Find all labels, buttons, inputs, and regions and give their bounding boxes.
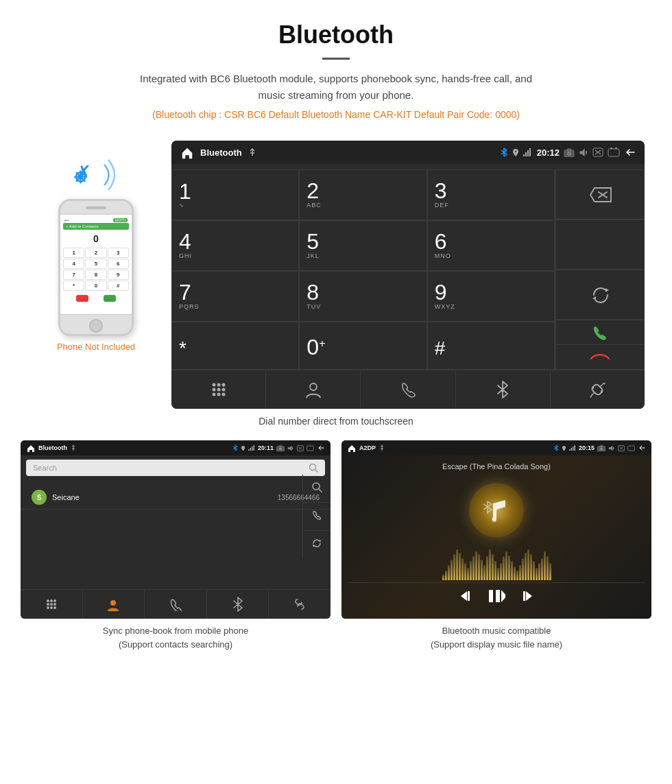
dialpad-main: 1 ∿ 2 ABC 3 DEF 4 GHI 5 JKL (171, 169, 555, 370)
music-bt-icon (553, 444, 559, 451)
refresh-button[interactable] (555, 270, 645, 320)
dial-key-3[interactable]: 3 DEF (427, 169, 555, 220)
toolbar-contacts-button[interactable] (266, 370, 361, 409)
svg-point-45 (50, 606, 53, 609)
contact-name: Seicane (52, 493, 278, 501)
toolbar-bluetooth-button[interactable] (456, 370, 551, 409)
svg-marker-14 (592, 296, 596, 300)
pb-toolbar-bluetooth[interactable] (207, 590, 269, 619)
dial-key-1[interactable]: 1 ∿ (171, 169, 299, 220)
music-back-icon (638, 444, 646, 451)
svg-rect-11 (610, 147, 612, 149)
dial-key-8[interactable]: 8 TUV (299, 271, 427, 322)
dial-key-2[interactable]: 2 ABC (299, 169, 427, 220)
svg-marker-36 (320, 540, 322, 543)
usb-icon (248, 147, 257, 157)
toolbar-keypad-button[interactable] (171, 370, 266, 409)
pb-toolbar-keypad[interactable] (21, 590, 83, 619)
phonebook-search-bar[interactable]: Search (26, 460, 325, 476)
mini-x-icon-pb (297, 445, 304, 451)
music-album-art (469, 483, 524, 538)
music-screenshot-block: A2DP (341, 440, 651, 651)
next-track-button[interactable] (519, 589, 534, 606)
dial-key-5[interactable]: 5 JKL (299, 220, 427, 271)
svg-point-19 (217, 388, 220, 392)
phone-keypad: 123 456 789 *0# (63, 248, 129, 291)
call-buttons-cell (555, 320, 645, 370)
svg-point-46 (53, 606, 56, 609)
phone-not-included-label: Phone Not Included (57, 342, 135, 352)
mini-camera-icon-pb (276, 445, 285, 451)
phone-contact-bar: + Add to Contacts (63, 223, 129, 230)
svg-rect-25 (248, 449, 250, 451)
phonebook-search-btn[interactable] (303, 475, 331, 503)
pb-toolbar-contacts[interactable] (83, 590, 145, 619)
green-call-button[interactable] (556, 320, 644, 345)
phonebook-call-btn[interactable] (303, 503, 331, 531)
phonebook-contact-row: S Seicane 13566664466 (21, 486, 331, 510)
svg-rect-59 (489, 590, 493, 602)
pb-toolbar-link[interactable] (269, 590, 331, 619)
svg-point-34 (310, 464, 316, 471)
bottom-screenshots-row: Bluetooth (0, 440, 672, 651)
search-placeholder: Search (33, 464, 57, 472)
phonebook-refresh-btn[interactable] (303, 531, 331, 558)
pb-keypad-icon (45, 598, 58, 610)
music-status-bar: A2DP (341, 440, 651, 455)
phonebook-screen: Bluetooth (21, 440, 331, 619)
svg-rect-1 (523, 154, 525, 156)
svg-rect-28 (253, 445, 254, 451)
toolbar-link-button[interactable] (551, 370, 645, 409)
svg-point-40 (53, 599, 56, 602)
svg-point-17 (221, 383, 225, 387)
play-pause-button[interactable] (488, 589, 505, 606)
music-loc-icon (562, 445, 566, 451)
prev-track-button[interactable] (459, 589, 474, 606)
svg-point-42 (50, 603, 53, 606)
svg-rect-54 (600, 445, 603, 447)
music-status-right-icons: 20:15 (553, 444, 646, 451)
svg-rect-63 (523, 591, 525, 601)
mini-bt-icon (232, 444, 238, 451)
header-specs: (Bluetooth chip : CSR BC6 Default Blueto… (14, 109, 658, 120)
music-screen: A2DP (341, 440, 651, 619)
red-hangup-button[interactable] (556, 345, 644, 369)
dial-key-7[interactable]: 7 PQRS (171, 271, 299, 322)
toolbar-call-button[interactable] (361, 370, 455, 409)
backspace-button[interactable] (555, 169, 645, 219)
svg-rect-51 (574, 445, 575, 451)
bt-status-icon (500, 147, 508, 157)
bt-signal-area: ✗ ⎈ (69, 154, 123, 195)
location-icon (512, 148, 519, 157)
pb-toolbar-call[interactable] (145, 590, 207, 619)
music-caption: Bluetooth music compatible (Support disp… (431, 624, 562, 651)
svg-point-43 (53, 603, 56, 606)
car-status-bar: Bluetooth (171, 141, 645, 164)
phone-top-bar (60, 201, 132, 215)
music-equalizer (348, 546, 645, 580)
svg-marker-13 (605, 288, 609, 292)
phonebook-status-bar: Bluetooth (21, 440, 331, 455)
toolbar-call-icon (398, 380, 418, 399)
dial-key-4[interactable]: 4 GHI (171, 220, 299, 271)
dial-key-6[interactable]: 6 MNO (427, 220, 555, 271)
phone-screen: •••MOTO + Add to Contacts 0 123 456 789 … (60, 215, 132, 314)
music-controls (348, 582, 645, 612)
dial-key-star[interactable]: * (171, 322, 299, 370)
svg-point-47 (110, 600, 116, 606)
phone-hangup-btn (76, 295, 88, 302)
music-status-time: 20:15 (579, 444, 595, 451)
svg-marker-37 (313, 545, 315, 547)
svg-rect-50 (573, 447, 574, 451)
dial-key-0[interactable]: 0 + (299, 322, 427, 370)
contact-avatar: S (32, 490, 47, 505)
main-caption: Dial number direct from touchscreen (0, 409, 672, 438)
dial-key-9[interactable]: 9 WXYZ (427, 271, 555, 322)
phonebook-screenshot-block: Bluetooth (21, 440, 331, 651)
header-description: Integrated with BC6 Bluetooth module, su… (130, 71, 542, 104)
play-pause-icon (488, 589, 505, 604)
dial-key-hash[interactable]: # (427, 322, 555, 370)
status-bar-title: Bluetooth (200, 147, 242, 158)
pb-call-icon (169, 597, 182, 611)
bluetooth-icon: ✗ (75, 161, 91, 184)
